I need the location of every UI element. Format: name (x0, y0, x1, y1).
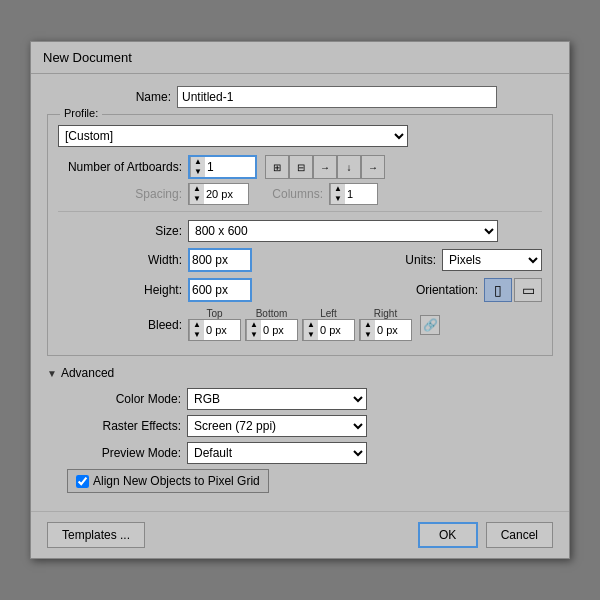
bleed-left-input[interactable] (318, 321, 354, 339)
columns-input[interactable] (345, 185, 377, 203)
width-input[interactable] (190, 250, 250, 270)
bleed-top-arrows: ▲ ▼ (189, 320, 204, 340)
bleed-right-input[interactable] (375, 321, 411, 339)
name-label: Name: (47, 90, 177, 104)
advanced-content: Color Mode: RGB CMYK Grayscale Raster Ef… (47, 388, 553, 493)
advanced-toggle[interactable]: ▼ Advanced (47, 364, 553, 382)
bleed-left-up[interactable]: ▲ (304, 320, 318, 330)
size-row: Size: 800 x 600 Letter A4 (58, 220, 542, 242)
size-select[interactable]: 800 x 600 Letter A4 (188, 220, 498, 242)
spacing-columns-row: Spacing: ▲ ▼ Columns: ▲ ▼ (58, 183, 542, 205)
height-label: Height: (58, 283, 188, 297)
bleed-top-label: Top (206, 308, 222, 319)
artboards-input[interactable] (205, 157, 255, 177)
profile-row: [Custom] Print Web Mobile (58, 125, 542, 147)
bleed-bottom-input[interactable] (261, 321, 297, 339)
orientation-buttons: ▯ ▭ (484, 278, 542, 302)
bleed-top-field: Top ▲ ▼ (188, 308, 241, 341)
dialog-content: Name: Profile: [Custom] Print Web Mobile… (31, 74, 569, 511)
artboards-row: Number of Artboards: ▲ ▼ ⊞ ⊟ → ↓ → (58, 155, 542, 179)
bleed-top-input[interactable] (204, 321, 240, 339)
preview-mode-label: Preview Mode: (67, 446, 187, 460)
preview-mode-row: Preview Mode: Default Pixel Overprint (67, 442, 553, 464)
spacing-up-btn[interactable]: ▲ (190, 184, 204, 194)
grid-icon-2[interactable]: ⊟ (289, 155, 313, 179)
bleed-right-down[interactable]: ▼ (361, 330, 375, 340)
pixel-grid-row: Align New Objects to Pixel Grid (67, 469, 553, 493)
spacing-input[interactable] (204, 185, 248, 203)
pixel-grid-checkbox-area: Align New Objects to Pixel Grid (67, 469, 269, 493)
ok-button[interactable]: OK (418, 522, 478, 548)
footer-right: OK Cancel (418, 522, 553, 548)
bleed-bottom-spinner: ▲ ▼ (245, 319, 298, 341)
columns-label: Columns: (249, 187, 329, 201)
width-units-row: Width: Units: Pixels Points Inches Milli… (58, 248, 542, 272)
cancel-button[interactable]: Cancel (486, 522, 553, 548)
orientation-label: Orientation: (404, 283, 484, 297)
spacing-label: Spacing: (58, 187, 188, 201)
bleed-left-arrows: ▲ ▼ (303, 320, 318, 340)
raster-effects-row: Raster Effects: Screen (72 ppi) Medium (… (67, 415, 553, 437)
portrait-button[interactable]: ▯ (484, 278, 512, 302)
advanced-arrow-icon: ▼ (47, 368, 57, 379)
artboards-up-btn[interactable]: ▲ (191, 157, 205, 167)
profile-group: Profile: [Custom] Print Web Mobile Numbe… (47, 114, 553, 356)
artboards-down-btn[interactable]: ▼ (191, 167, 205, 177)
color-mode-row: Color Mode: RGB CMYK Grayscale (67, 388, 553, 410)
templates-button[interactable]: Templates ... (47, 522, 145, 548)
bleed-top-down[interactable]: ▼ (190, 330, 204, 340)
height-input[interactable] (190, 280, 250, 300)
new-document-dialog: New Document Name: Profile: [Custom] Pri… (30, 41, 570, 559)
dialog-title: New Document (43, 50, 132, 65)
artboards-label: Number of Artboards: (58, 160, 188, 174)
color-mode-label: Color Mode: (67, 392, 187, 406)
height-orientation-row: Height: Orientation: ▯ ▭ (58, 278, 542, 302)
bleed-bottom-up[interactable]: ▲ (247, 320, 261, 330)
bleed-label: Bleed: (58, 318, 188, 332)
bleed-right-field: Right ▲ ▼ (359, 308, 412, 341)
preview-mode-select[interactable]: Default Pixel Overprint (187, 442, 367, 464)
spacing-arrows: ▲ ▼ (189, 184, 204, 204)
units-select[interactable]: Pixels Points Inches Millimeters (442, 249, 542, 271)
bleed-section: Bleed: Top ▲ ▼ (58, 308, 542, 341)
bleed-left-field: Left ▲ ▼ (302, 308, 355, 341)
columns-down-btn[interactable]: ▼ (331, 194, 345, 204)
artboards-spinner-arrows: ▲ ▼ (190, 157, 205, 177)
bleed-top-up[interactable]: ▲ (190, 320, 204, 330)
columns-arrows: ▲ ▼ (330, 184, 345, 204)
pixel-grid-label[interactable]: Align New Objects to Pixel Grid (93, 474, 260, 488)
grid-icon-1[interactable]: ⊞ (265, 155, 289, 179)
pixel-grid-checkbox[interactable] (76, 475, 89, 488)
bleed-bottom-down[interactable]: ▼ (247, 330, 261, 340)
arrange-icon[interactable]: → (361, 155, 385, 179)
bleed-left-down[interactable]: ▼ (304, 330, 318, 340)
size-label: Size: (58, 224, 188, 238)
profile-legend: Profile: (60, 107, 102, 119)
columns-spinner: ▲ ▼ (329, 183, 378, 205)
bleed-right-up[interactable]: ▲ (361, 320, 375, 330)
raster-effects-label: Raster Effects: (67, 419, 187, 433)
bleed-top-spinner: ▲ ▼ (188, 319, 241, 341)
name-input[interactable] (177, 86, 497, 108)
bleed-bottom-field: Bottom ▲ ▼ (245, 308, 298, 341)
profile-select[interactable]: [Custom] Print Web Mobile (58, 125, 408, 147)
bleed-fields: Top ▲ ▼ Bottom (188, 308, 542, 341)
bleed-left-spinner: ▲ ▼ (302, 319, 355, 341)
name-row: Name: (47, 86, 553, 108)
spacing-down-btn[interactable]: ▼ (190, 194, 204, 204)
color-mode-select[interactable]: RGB CMYK Grayscale (187, 388, 367, 410)
spacing-spinner: ▲ ▼ (188, 183, 249, 205)
bleed-row: Bleed: Top ▲ ▼ (58, 308, 542, 341)
landscape-button[interactable]: ▭ (514, 278, 542, 302)
bleed-link-button[interactable]: 🔗 (420, 315, 440, 335)
arrange-down-icon[interactable]: ↓ (337, 155, 361, 179)
advanced-section: ▼ Advanced Color Mode: RGB CMYK Grayscal… (47, 364, 553, 493)
bleed-right-label: Right (374, 308, 397, 319)
raster-effects-select[interactable]: Screen (72 ppi) Medium (150 ppi) High (3… (187, 415, 367, 437)
height-field (188, 278, 252, 302)
advanced-label: Advanced (61, 366, 114, 380)
artboards-spinner: ▲ ▼ (188, 155, 257, 179)
bleed-right-spinner: ▲ ▼ (359, 319, 412, 341)
arrange-right-icon[interactable]: → (313, 155, 337, 179)
columns-up-btn[interactable]: ▲ (331, 184, 345, 194)
